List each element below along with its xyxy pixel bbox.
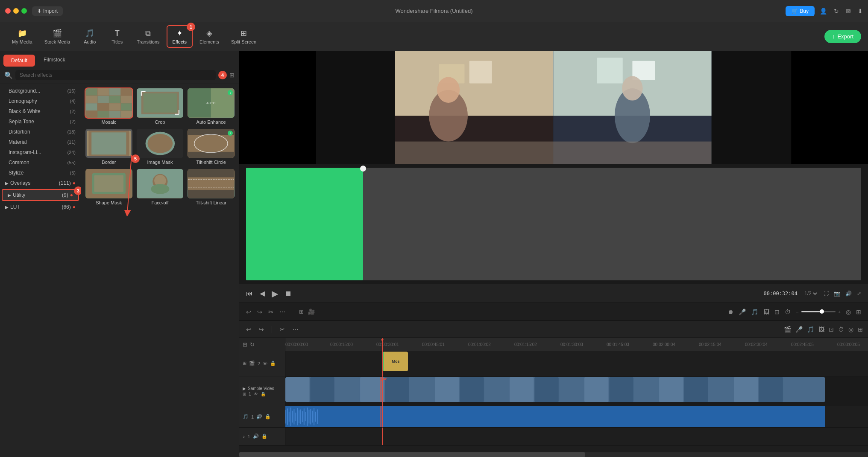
toolbar-item-effects[interactable]: ✦ Effects 1 [167,25,193,48]
add-track-icon[interactable]: ⊞ [299,309,304,315]
toolbar-item-my-media[interactable]: 📁 My Media [7,26,38,47]
tl-target-icon[interactable]: ◎ [848,326,853,333]
chevron-down-icon: ▶ [5,181,9,186]
close-button[interactable] [5,8,11,14]
tl-grid-icon[interactable]: ⊞ [858,326,863,333]
tl-music-icon[interactable]: 🎵 [807,326,814,333]
sidebar-item-material[interactable]: Material (11) [0,137,81,147]
tl-split-icon[interactable]: ⊡ [829,326,834,333]
volume-icon[interactable]: 🔊 [845,291,852,297]
camera-header-icon[interactable]: ↻ [250,341,255,348]
stop-icon[interactable]: ⏹ [285,290,292,297]
sidebar-item-sepia-tone[interactable]: Sepia Tone (2) [0,116,81,127]
camera-icon[interactable]: 🎥 [308,309,315,315]
settings-icon[interactable]: ⬇ [858,8,863,15]
mail-icon[interactable]: ✉ [846,8,851,15]
track-2-lock-icon[interactable]: 🔒 [270,361,276,366]
toolbar-item-transitions[interactable]: ⧉ Transitions [132,26,164,47]
export-button[interactable]: ↑ Export [824,30,861,43]
grid-settings-icon[interactable]: ⊞ [856,309,861,315]
sidebar-item-common[interactable]: Common (55) [0,157,81,168]
music-icon[interactable]: 🎵 [751,309,758,315]
effect-card-image-mask[interactable]: Image Mask [137,129,184,165]
add-track-header-icon[interactable]: ⊞ [243,341,247,348]
sidebar-section-lut[interactable]: ▶ LUT (66) ● [0,202,81,212]
tl-redo-icon[interactable]: ↪ [257,324,266,335]
toolbar-item-stock-media[interactable]: 🎬 Stock Media [39,26,76,47]
sidebar-section-utility[interactable]: ▶ Utility (9) ● 3 [2,189,79,201]
video-clip-strip[interactable] [285,377,825,402]
image-icon[interactable]: 🖼 [763,309,769,315]
tab-default[interactable]: Default [3,55,35,67]
sidebar-item-distortion[interactable]: Distortion (18) [0,127,81,137]
undo-icon[interactable]: ↩ [246,309,251,315]
buy-button[interactable]: 🛒 Buy [786,6,815,16]
timeline-scrollbar[interactable] [239,452,868,457]
effect-card-tiltshift-linear[interactable]: Tilt-shift Linear [188,169,235,205]
zoom-out-icon[interactable]: − [796,309,798,314]
clock-icon[interactable]: ⏱ [785,309,791,315]
tl-video-icon[interactable]: 🎬 [784,326,791,333]
timeline-scrollbar-thumb[interactable] [239,452,585,457]
effect-card-tiltshift-circle[interactable]: ↓ Tilt-shift Circle [188,129,235,165]
zoom-thumb[interactable] [820,309,824,314]
record-icon[interactable]: ⏺ [727,309,733,315]
zoom-track[interactable] [801,311,836,312]
sidebar-item-instagram[interactable]: Instagram-Li... (24) [0,147,81,157]
refresh-icon[interactable]: ↻ [834,8,839,15]
toolbar-item-elements[interactable]: ◈ Elements [194,26,224,47]
tab-filmstock[interactable]: Filmstock [37,55,72,67]
effect-card-border[interactable]: Border [85,129,132,165]
snapshot-icon[interactable]: 📷 [834,291,840,297]
tl-image-icon[interactable]: 🖼 [818,326,824,333]
grid-view-icon[interactable]: ⊞ [229,72,235,79]
progress-thumb[interactable] [360,166,366,172]
effect-card-mosaic[interactable]: Mosaic [85,88,132,125]
sidebar-item-black-white[interactable]: Black & White (2) [0,106,81,116]
maximize-button[interactable] [21,8,27,14]
progress-bar-container[interactable] [246,168,861,281]
track-1-lock-icon[interactable]: 🔒 [261,392,266,396]
user-icon[interactable]: 👤 [820,8,827,15]
mic-icon[interactable]: 🎤 [739,309,746,315]
expand-icon[interactable]: ⤢ [857,291,861,297]
sidebar-item-lomography[interactable]: Lomography (4) [0,96,81,106]
import-button[interactable]: ⬇ Import [32,6,63,16]
svg-rect-8 [121,96,132,103]
search-input[interactable] [15,70,216,80]
tl-cut-icon[interactable]: ✂ [278,324,287,335]
track-audio-lock-icon[interactable]: 🔒 [265,414,271,419]
magnet-icon[interactable]: ✂ [268,309,273,315]
more-icon[interactable]: ⋯ [279,309,285,315]
tl-more-icon[interactable]: ⋯ [291,324,300,335]
split-icon[interactable]: ⊡ [774,309,780,315]
effect-clip-mosaic[interactable]: Mos [382,352,408,371]
effect-card-crop[interactable]: Crop [137,88,184,125]
tl-clock-icon[interactable]: ⏱ [838,326,844,333]
effect-card-auto-enhance[interactable]: AUTO ↓ Auto Enhance [188,88,235,125]
track-1-eye-icon[interactable]: 👁 [254,392,258,396]
target-icon[interactable]: ◎ [846,309,851,315]
redo-icon[interactable]: ↪ [257,309,262,315]
toolbar-item-audio[interactable]: 🎵 Audio [77,26,103,47]
tl-undo-icon[interactable]: ↩ [244,324,253,335]
minimize-button[interactable] [13,8,19,14]
play-back-icon[interactable]: ◀ [260,289,265,297]
sidebar-item-background[interactable]: Background... (16) [0,86,81,96]
track-audio-vol-icon[interactable]: 🔊 [256,414,262,419]
zoom-in-icon[interactable]: + [838,309,841,314]
effect-card-face-off[interactable]: Face-off [137,169,184,205]
ratio-select[interactable]: 1/2 1/1 1/4 [803,290,818,297]
tl-mic-icon[interactable]: 🎤 [795,326,803,333]
sidebar-item-stylize[interactable]: Stylize (5) [0,168,81,178]
toolbar-item-split-screen[interactable]: ⊞ Split Screen [226,26,261,47]
audio-lock-icon[interactable]: 🔒 [261,434,267,439]
sidebar-section-overlays[interactable]: ▶ Overlays (111) ● [0,178,81,188]
fullscreen-icon[interactable]: ⛶ [824,291,829,297]
play-icon[interactable]: ▶ [272,288,278,299]
effect-card-shape-mask[interactable]: Shape Mask [85,169,132,205]
track-2-eye-icon[interactable]: 👁 [263,361,267,366]
toolbar-item-titles[interactable]: T Titles [104,26,130,47]
audio-vol-icon[interactable]: 🔊 [253,434,259,439]
skip-back-icon[interactable]: ⏮ [246,290,253,297]
